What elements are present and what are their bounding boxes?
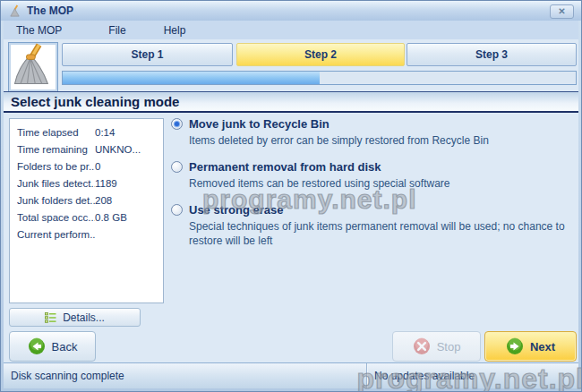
application-window: The MOP ✕ The MOP File Help Step 1 Step …	[0, 0, 582, 392]
back-button-label: Back	[52, 340, 78, 354]
stat-time-remaining: Time remaining UNKNO...	[17, 141, 163, 158]
stat-current-performance: Current perform...	[17, 226, 163, 243]
stop-button: Stop	[392, 331, 481, 362]
stat-label: Time elapsed	[17, 127, 95, 138]
stat-junk-files-detected: Junk files detect... 1189	[17, 175, 163, 192]
stat-time-elapsed: Time elapsed 0:14	[17, 124, 163, 141]
menu-item-file[interactable]: File	[96, 21, 138, 39]
mop-image-icon	[9, 43, 56, 89]
stat-junk-folders-detected: Junk folders det... 208	[17, 192, 163, 209]
scan-progress-bar	[62, 71, 577, 85]
close-icon[interactable]: ✕	[550, 4, 574, 19]
tab-step-3[interactable]: Step 3	[407, 43, 577, 66]
status-bar: Disk scanning complete No updates availa…	[4, 362, 578, 388]
cleaning-mode-group: Move junk to Recycle Bin Items deleted b…	[171, 116, 571, 260]
tab-step-1[interactable]: Step 1	[62, 43, 233, 66]
radio-recycle-bin[interactable]	[171, 118, 183, 130]
stat-value: 0:14	[95, 127, 115, 138]
mode-recycle-bin[interactable]: Move junk to Recycle Bin Items deleted b…	[171, 116, 571, 148]
menu-bar: The MOP File Help	[4, 21, 578, 39]
scan-progress-fill	[63, 72, 320, 84]
tab-step-2[interactable]: Step 2	[236, 43, 405, 66]
menu-item-help[interactable]: Help	[151, 21, 199, 39]
app-mop-icon	[8, 4, 21, 18]
back-arrow-icon	[28, 337, 46, 355]
stat-label: Current perform...	[17, 229, 95, 240]
menu-item-themop[interactable]: The MOP	[4, 21, 74, 39]
next-button-label: Next	[530, 340, 555, 354]
stat-label: Total space occ...	[17, 212, 95, 223]
next-button[interactable]: Next	[484, 331, 577, 362]
stat-value: 0.8 GB	[95, 212, 127, 223]
mode-description: Removed items can be restored using spec…	[189, 176, 571, 191]
main-area: Step 1 Step 2 Step 3 Select junk cleanin…	[4, 39, 578, 363]
status-scan-message: Disk scanning complete	[4, 370, 366, 382]
stat-label: Junk files detect...	[17, 178, 95, 189]
stat-total-space-occupied: Total space occ... 0.8 GB	[17, 209, 163, 226]
stat-label: Junk folders det...	[17, 195, 95, 206]
mode-description: Special techniques of junk items permane…	[189, 219, 571, 248]
status-updates-message: No updates available	[367, 370, 475, 382]
details-list-icon	[45, 312, 56, 323]
mode-label: Move junk to Recycle Bin	[189, 116, 571, 132]
details-button-label: Details...	[63, 311, 105, 324]
stop-x-icon	[413, 337, 431, 355]
stat-value: UNKNO...	[95, 144, 141, 155]
scan-stats-panel: Time elapsed 0:14 Time remaining UNKNO..…	[9, 118, 164, 303]
next-arrow-icon	[506, 337, 524, 355]
stat-folders-to-process: Folders to be pr... 0	[17, 158, 163, 175]
mode-permanent-removal[interactable]: Permanent removal from hard disk Removed…	[171, 159, 571, 191]
back-button[interactable]: Back	[9, 331, 96, 362]
mode-description: Items deleted by error can be simply res…	[189, 133, 571, 148]
stop-button-label: Stop	[437, 340, 461, 354]
radio-permanent-removal[interactable]	[171, 161, 183, 173]
mode-label: Use strong erase	[189, 202, 571, 217]
stat-label: Folders to be pr...	[17, 161, 95, 172]
stat-label: Time remaining	[17, 144, 95, 155]
stat-value: 1189	[95, 178, 117, 189]
details-button[interactable]: Details...	[9, 308, 141, 327]
mode-label: Permanent removal from hard disk	[189, 159, 571, 175]
page-title: Select junk cleaning mode	[4, 91, 578, 113]
stat-value: 0	[95, 161, 100, 172]
radio-strong-erase[interactable]	[171, 204, 183, 216]
mode-strong-erase[interactable]: Use strong erase Special techniques of j…	[171, 202, 571, 248]
mop-logo	[8, 42, 58, 92]
stat-value: 208	[95, 195, 112, 206]
window-title: The MOP	[27, 4, 73, 17]
title-bar[interactable]: The MOP ✕	[1, 1, 581, 21]
